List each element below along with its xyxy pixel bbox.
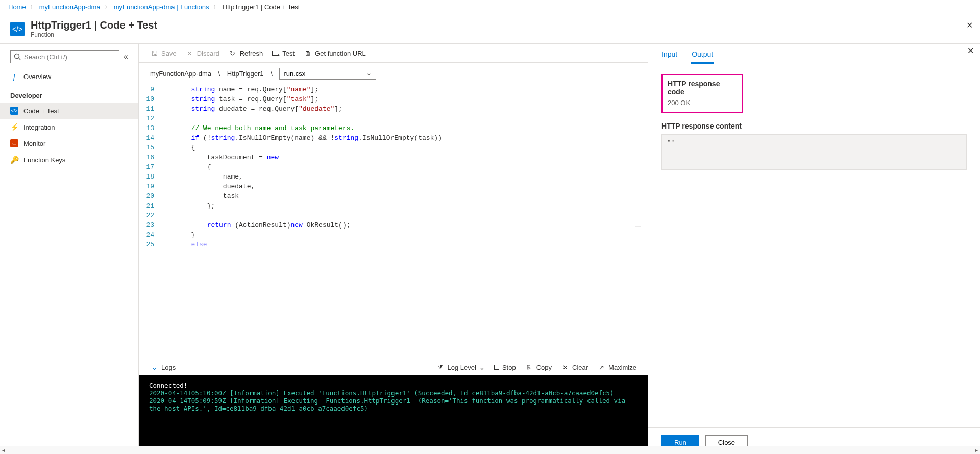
breadcrumb-home[interactable]: Home — [8, 3, 26, 11]
code-text: taskDocument = new — [159, 153, 279, 162]
code-line: 21 }; — [139, 201, 648, 211]
code-text: else — [159, 240, 207, 249]
maximize-button[interactable]: ↗ Maximize — [597, 363, 636, 371]
sidebar-monitor[interactable]: ▭ Monitor — [0, 135, 138, 152]
maximize-icon: ↗ — [597, 363, 605, 371]
sidebar-item-label: Function Keys — [23, 156, 65, 164]
sidebar-item-label: Integration — [23, 123, 55, 131]
line-number: 15 — [139, 143, 159, 153]
code-line: 25 else — [139, 240, 648, 249]
sidebar-code-test[interactable]: </> Code + Test — [0, 103, 138, 119]
code-text: task — [159, 191, 239, 201]
log-line: 2020-04-14T05:09:59Z [Information] Execu… — [149, 397, 638, 412]
code-line: 16 taskDocument = new — [139, 153, 648, 162]
logs-toolbar: ⌄ Logs ⧩ Log Level ⌄ Stop ⎘ Copy — [139, 359, 648, 375]
code-text: } — [159, 230, 195, 240]
line-number: 11 — [139, 104, 159, 114]
page-subtitle: Function — [31, 31, 157, 38]
code-line: 9 string name = req.Query["name"]; — [139, 85, 648, 94]
code-line: 19 duedate, — [139, 182, 648, 191]
get-function-url-button[interactable]: 🗎 Get function URL — [304, 49, 366, 57]
test-button[interactable]: ▸ Test — [272, 49, 295, 57]
close-blade-button[interactable]: ✕ — [966, 20, 973, 30]
refresh-button[interactable]: ↻ Refresh — [229, 49, 263, 57]
clear-icon: ✕ — [561, 363, 569, 371]
sidebar-search-input[interactable] — [10, 50, 119, 63]
collapse-sidebar-button[interactable]: « — [124, 52, 128, 61]
sidebar-integration[interactable]: ⚡ Integration — [0, 119, 138, 135]
chevron-right-icon: 〉 — [105, 4, 110, 11]
sidebar: « ƒ Overview Developer </> Code + Test ⚡… — [0, 44, 139, 454]
code-line: 14 if (!string.IsNullOrEmpty(name) && !s… — [139, 133, 648, 143]
monitor-icon: ▭ — [10, 139, 18, 147]
path-function: HttpTrigger1 — [227, 70, 264, 78]
code-editor[interactable]: 9 string name = req.Query["name"];10 str… — [139, 85, 648, 359]
response-content-label: HTTP response content — [662, 122, 967, 130]
key-icon: 🔑 — [10, 156, 18, 164]
breadcrumb-app[interactable]: myFunctionApp-dma — [39, 3, 101, 11]
file-select[interactable]: run.csx — [279, 68, 376, 80]
code-line: 18 name, — [139, 172, 648, 182]
breadcrumb: Home 〉 myFunctionApp-dma 〉 myFunctionApp… — [0, 0, 980, 14]
file-path-bar: myFunctionApp-dma \ HttpTrigger1 \ run.c… — [139, 63, 648, 85]
line-number: 20 — [139, 191, 159, 201]
code-text: return (ActionResult)new OkResult(); — [159, 220, 351, 230]
log-level-button[interactable]: ⧩ Log Level ⌄ — [436, 363, 485, 371]
scroll-right-icon[interactable]: ▸ — [975, 447, 978, 453]
scroll-left-icon[interactable]: ◂ — [2, 447, 5, 453]
chevron-right-icon: 〉 — [213, 4, 218, 11]
close-panel-button[interactable]: ✕ — [967, 46, 974, 56]
fold-marker[interactable]: — — [635, 221, 641, 231]
panel-tabs: Input Output — [648, 44, 980, 64]
sidebar-overview-label: Overview — [23, 73, 51, 81]
clear-button[interactable]: ✕ Clear — [561, 363, 588, 371]
horizontal-scrollbar[interactable]: ◂ ▸ — [0, 446, 980, 454]
test-output-panel: ✕ Input Output HTTP response code 200 OK… — [648, 44, 980, 454]
line-number: 19 — [139, 182, 159, 191]
code-line: 15 { — [139, 143, 648, 153]
code-text: { — [159, 143, 195, 153]
copy-icon: ⎘ — [525, 363, 533, 371]
line-number: 24 — [139, 230, 159, 240]
discard-icon: ✕ — [186, 49, 194, 57]
response-code-label: HTTP response code — [668, 80, 737, 96]
function-fx-icon: ƒ — [10, 72, 18, 81]
logs-console[interactable]: Connected! 2020-04-14T05:10:00Z [Informa… — [139, 375, 648, 454]
code-line: 12 — [139, 114, 648, 123]
stop-button[interactable]: Stop — [494, 364, 516, 371]
discard-button[interactable]: ✕ Discard — [186, 49, 219, 57]
copy-button[interactable]: ⎘ Copy — [525, 363, 552, 371]
sidebar-section-developer: Developer — [0, 85, 138, 103]
sidebar-item-label: Code + Test — [23, 107, 59, 115]
stop-icon — [494, 365, 499, 370]
code-text: name, — [159, 172, 243, 182]
chevron-down-icon: ⌄ — [150, 363, 158, 371]
code-line: 22 — [139, 211, 648, 220]
tab-input[interactable]: Input — [660, 47, 678, 64]
log-line: 2020-04-14T05:10:00Z [Information] Execu… — [149, 389, 638, 397]
code-line: 20 task — [139, 191, 648, 201]
sidebar-overview[interactable]: ƒ Overview — [0, 68, 138, 85]
page-title: HttpTrigger1 | Code + Test — [31, 19, 157, 31]
line-number: 12 — [139, 114, 159, 123]
code-line: 23 return (ActionResult)new OkResult(); — [139, 220, 648, 230]
save-icon: 🖫 — [150, 49, 158, 57]
line-number: 25 — [139, 240, 159, 249]
code-line: 11 string duedate = req.Query["duedate"]… — [139, 104, 648, 114]
code-line: 10 string task = req.Query["task"]; — [139, 94, 648, 104]
line-number: 9 — [139, 85, 159, 94]
path-app: myFunctionApp-dma — [150, 70, 211, 78]
code-text: { — [159, 162, 211, 172]
breadcrumb-functions[interactable]: myFunctionApp-dma | Functions — [114, 3, 209, 11]
save-button[interactable]: 🖫 Save — [150, 49, 177, 57]
code-text: // We need both name and task parameters… — [159, 123, 354, 133]
tab-output[interactable]: Output — [691, 47, 714, 64]
sidebar-function-keys[interactable]: 🔑 Function Keys — [0, 152, 138, 168]
logs-toggle[interactable]: ⌄ Logs — [150, 363, 176, 371]
url-icon: 🗎 — [304, 49, 312, 57]
log-connected: Connected! — [149, 382, 638, 389]
sidebar-item-label: Monitor — [23, 140, 45, 147]
line-number: 23 — [139, 220, 159, 230]
code-text: string task = req.Query["task"]; — [159, 94, 318, 104]
code-text: string duedate = req.Query["duedate"]; — [159, 104, 342, 114]
